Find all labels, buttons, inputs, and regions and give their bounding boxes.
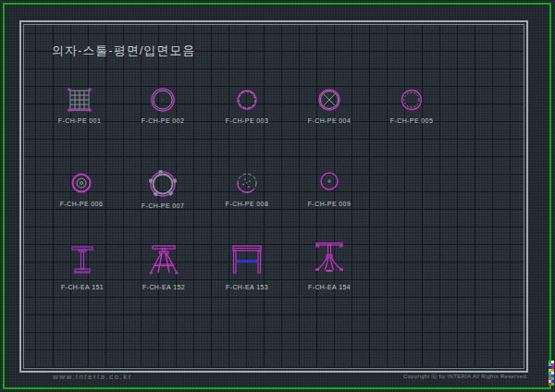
round-stool-plan-dashed-icon	[232, 85, 262, 115]
symbol-ea151: F-CH-EA 151	[41, 240, 124, 290]
round-stool-plan-dot-icon	[314, 168, 344, 198]
four-leg-stool-elevation-icon	[219, 240, 275, 276]
symbol-label: F-CH-PE 002	[121, 117, 204, 124]
round-stool-plan-ticks-icon	[232, 168, 262, 198]
symbol-label: F-CH-EA 151	[41, 284, 124, 290]
round-stool-plan-inner-dashed-icon	[397, 85, 426, 115]
symbol-label: F-CH-PE 001	[38, 117, 121, 124]
symbol-label: F-CH-PE 007	[121, 202, 204, 209]
round-stool-plan-lugs-icon	[147, 168, 179, 200]
splayed-base-stool-elevation-icon	[302, 240, 357, 276]
symbol-label: F-CH-EA 154	[288, 284, 371, 290]
symbol-pe006: F-CH-PE 006	[40, 168, 123, 207]
site-url-text: www.interia.co.kr	[53, 373, 132, 381]
symbol-pe007: F-CH-PE 007	[121, 168, 204, 209]
swivel-stool-elevation-icon	[136, 240, 191, 276]
symbol-label: F-CH-EA 153	[205, 284, 289, 290]
symbol-label: F-CH-PE 006	[40, 201, 123, 207]
symbol-pe005: F-CH-PE 005	[370, 85, 453, 124]
round-stool-plan-icon	[148, 85, 178, 115]
square-grid-stool-plan-icon	[65, 85, 94, 115]
palette-cell	[551, 383, 554, 386]
symbol-label: F-CH-PE 005	[370, 117, 453, 124]
drawing-canvas: { "title": "의자-스툴-평면/입면모음", "footer": { …	[0, 0, 555, 392]
page-title: 의자-스툴-평면/입면모음	[52, 43, 195, 59]
round-stool-plan-hub-icon	[67, 168, 96, 198]
symbol-ea153: F-CH-EA 153	[205, 240, 289, 290]
symbol-pe003: F-CH-PE 003	[205, 85, 289, 124]
symbol-pe009: F-CH-PE 009	[288, 168, 371, 207]
edge-color-strip	[549, 361, 554, 386]
round-stool-plan-cross-icon	[314, 85, 344, 115]
symbol-label: F-CH-EA 152	[122, 284, 205, 290]
copyright-text: Copyright ⓒ by INTERIA All Rights Reserv…	[403, 373, 528, 381]
symbol-label: F-CH-PE 003	[205, 117, 289, 124]
symbol-label: F-CH-PE 004	[288, 117, 371, 124]
symbol-label: F-CH-PE 009	[288, 201, 371, 207]
symbol-label: F-CH-PE 008	[205, 201, 289, 207]
symbol-pe004: F-CH-PE 004	[288, 85, 371, 124]
symbol-pe001: F-CH-PE 001	[38, 85, 121, 124]
symbol-pe008: F-CH-PE 008	[205, 168, 289, 207]
symbol-ea152: F-CH-EA 152	[122, 240, 205, 290]
pedestal-stool-elevation-icon	[55, 240, 110, 276]
symbol-ea154: F-CH-EA 154	[288, 240, 371, 290]
symbol-pe002: F-CH-PE 002	[121, 85, 204, 124]
